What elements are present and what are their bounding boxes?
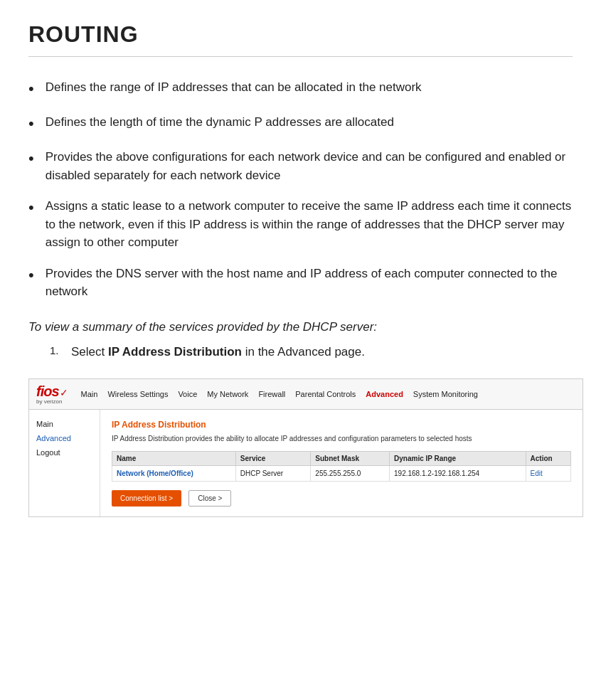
nav-item-voice[interactable]: Voice — [178, 390, 197, 398]
step-text-bold: IP Address Distribution — [108, 345, 242, 359]
bullet-text: Assigns a static lease to a network comp… — [46, 197, 573, 252]
cell-subnet: 255.255.255.0 — [311, 465, 390, 481]
nav-item-wireless[interactable]: Wireless Settings — [107, 390, 168, 398]
page-title: ROUTING — [28, 21, 573, 48]
step-text-suffix: in the Advanced page. — [242, 345, 365, 359]
list-item: • Defines the length of time the dynamic… — [28, 113, 573, 135]
step-text-plain: Select — [71, 345, 108, 359]
italic-note: To view a summary of the services provid… — [28, 318, 573, 336]
router-footer-buttons: Connection list > Close > — [112, 490, 571, 507]
bullet-dot: • — [28, 112, 34, 135]
nav-item-main[interactable]: Main — [81, 390, 98, 398]
step-number: 1. — [50, 343, 64, 359]
bullet-text: Provides the DNS server with the host na… — [46, 265, 573, 301]
sidebar-item-main[interactable]: Main — [36, 420, 92, 428]
bullet-text: Provides the above configurations for ea… — [46, 148, 573, 184]
cell-name: Network (Home/Office) — [112, 465, 236, 481]
section-desc: IP Address Distribution provides the abi… — [112, 434, 571, 444]
fios-logo-text: fios — [36, 383, 59, 399]
cell-service: DHCP Server — [235, 465, 311, 481]
section-title: IP Address Distribution — [112, 420, 571, 430]
col-header-subnet: Subnet Mask — [311, 451, 390, 465]
step-text: Select IP Address Distribution in the Ad… — [71, 343, 365, 361]
ip-distribution-table: Name Service Subnet Mask Dynamic IP Rang… — [112, 451, 571, 482]
nav-items: Main Wireless Settings Voice My Network … — [81, 390, 478, 398]
sidebar-item-advanced[interactable]: Advanced — [36, 434, 92, 442]
router-sidebar: Main Advanced Logout — [29, 410, 100, 516]
network-link[interactable]: Network (Home/Office) — [117, 470, 193, 477]
col-header-iprange: Dynamic IP Range — [390, 451, 526, 465]
router-main-content: IP Address Distribution IP Address Distr… — [100, 410, 583, 516]
close-button[interactable]: Close > — [188, 490, 231, 507]
nav-item-advanced[interactable]: Advanced — [366, 390, 403, 398]
router-screenshot: fios✓ by verizon Main Wireless Settings … — [28, 378, 583, 517]
fios-logo: fios✓ by verizon — [36, 383, 68, 405]
table-row: Network (Home/Office) DHCP Server 255.25… — [112, 465, 571, 481]
bullet-text: Defines the length of time the dynamic P… — [46, 113, 394, 132]
cell-action: Edit — [526, 465, 570, 481]
nav-item-parental[interactable]: Parental Controls — [295, 390, 356, 398]
router-navbar: fios✓ by verizon Main Wireless Settings … — [29, 379, 583, 410]
cell-iprange: 192.168.1.2-192.168.1.254 — [390, 465, 526, 481]
numbered-step: 1. Select IP Address Distribution in the… — [28, 343, 573, 361]
router-body: Main Advanced Logout IP Address Distribu… — [29, 410, 583, 516]
list-item: • Provides the above configurations for … — [28, 148, 573, 184]
col-header-action: Action — [526, 451, 570, 465]
bullet-dot: • — [28, 263, 34, 287]
sidebar-item-logout[interactable]: Logout — [36, 448, 92, 457]
fios-logo-check: ✓ — [60, 387, 68, 398]
nav-item-firewall[interactable]: Firewall — [258, 390, 285, 398]
nav-item-monitoring[interactable]: System Monitoring — [413, 390, 478, 398]
list-item: • Assigns a static lease to a network co… — [28, 197, 573, 252]
fios-byline: by verizon — [36, 398, 68, 405]
nav-item-mynetwork[interactable]: My Network — [207, 390, 248, 398]
bullet-dot: • — [28, 77, 34, 100]
bullet-dot: • — [28, 196, 34, 219]
connection-list-button[interactable]: Connection list > — [112, 490, 181, 507]
bullet-list: • Defines the range of IP addresses that… — [28, 78, 573, 301]
list-item: • Provides the DNS server with the host … — [28, 265, 573, 301]
col-header-service: Service — [235, 451, 311, 465]
edit-link[interactable]: Edit — [531, 470, 543, 477]
bullet-text: Defines the range of IP addresses that c… — [46, 78, 422, 97]
list-item: • Defines the range of IP addresses that… — [28, 78, 573, 100]
col-header-name: Name — [112, 451, 236, 465]
bullet-dot: • — [28, 147, 34, 170]
title-divider — [28, 56, 573, 57]
